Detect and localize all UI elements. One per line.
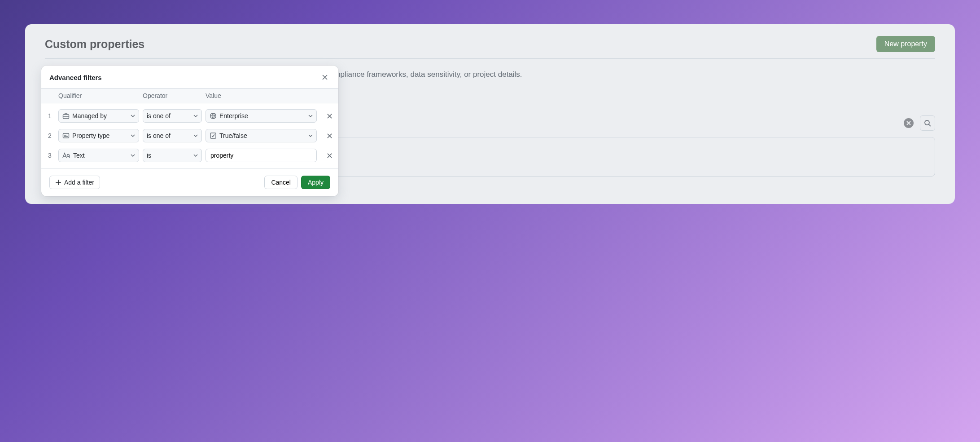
value-select[interactable]: Enterprise xyxy=(206,109,317,123)
dialog-actions: Cancel Apply xyxy=(264,176,330,189)
chevron-down-icon xyxy=(308,134,313,137)
remove-filter-button[interactable] xyxy=(324,130,335,141)
remove-filter-button[interactable] xyxy=(324,110,335,121)
svg-rect-3 xyxy=(63,133,69,138)
qualifier-select[interactable]: Text xyxy=(58,149,139,162)
row-number: 2 xyxy=(41,132,58,139)
col-operator: Operator xyxy=(143,92,206,99)
close-icon xyxy=(327,113,332,119)
chevron-down-icon xyxy=(193,115,198,117)
col-qualifier: Qualifier xyxy=(58,92,143,99)
briefcase-icon xyxy=(62,112,70,119)
panel-header: Custom properties New property xyxy=(45,36,935,59)
plus-icon xyxy=(55,179,61,186)
value-select[interactable]: True/false xyxy=(206,129,317,142)
filter-columns-header: Qualifier Operator Value xyxy=(41,88,338,103)
checkbox-icon xyxy=(210,132,217,139)
operator-select[interactable]: is one of xyxy=(143,109,202,123)
add-filter-label: Add a filter xyxy=(64,179,94,186)
operator-select[interactable]: is xyxy=(143,149,202,162)
qualifier-label: Property type xyxy=(72,132,128,139)
filter-rows: 1 Managed by is one of Enterprise xyxy=(41,103,338,168)
remove-filter-button[interactable] xyxy=(324,150,335,161)
chevron-down-icon xyxy=(131,115,135,117)
dialog-footer: Add a filter Cancel Apply xyxy=(41,168,338,196)
clear-search-button[interactable] xyxy=(904,118,914,128)
operator-label: is one of xyxy=(147,132,191,139)
dialog-title: Advanced filters xyxy=(49,74,102,81)
filter-row: 1 Managed by is one of Enterprise xyxy=(41,106,338,126)
text-aa-icon xyxy=(62,152,70,159)
search-button[interactable] xyxy=(920,115,935,131)
chevron-down-icon xyxy=(131,134,135,137)
value-label: True/false xyxy=(219,132,306,139)
custom-properties-panel: Custom properties New property Custom pr… xyxy=(25,24,955,204)
value-label: Enterprise xyxy=(219,112,306,119)
add-filter-button[interactable]: Add a filter xyxy=(49,176,100,189)
close-icon xyxy=(322,74,328,80)
qualifier-label: Managed by xyxy=(72,112,128,119)
dialog-header: Advanced filters xyxy=(41,66,338,88)
qualifier-select[interactable]: Managed by xyxy=(58,109,139,123)
new-property-button[interactable]: New property xyxy=(876,36,935,52)
chevron-down-icon xyxy=(131,154,135,157)
row-number: 1 xyxy=(41,112,58,119)
x-circle-icon xyxy=(906,121,911,125)
row-number: 3 xyxy=(41,152,58,159)
operator-select[interactable]: is one of xyxy=(143,129,202,142)
close-icon xyxy=(327,153,332,159)
page-title: Custom properties xyxy=(45,38,144,51)
col-value: Value xyxy=(206,92,320,99)
operator-label: is xyxy=(147,152,191,159)
chevron-down-icon xyxy=(193,134,198,137)
globe-icon xyxy=(210,112,217,119)
value-input[interactable] xyxy=(206,149,317,162)
advanced-filters-dialog: Advanced filters Qualifier Operator Valu… xyxy=(41,66,338,196)
cancel-button[interactable]: Cancel xyxy=(264,176,298,189)
card-icon xyxy=(62,132,70,139)
search-icon xyxy=(924,119,931,127)
qualifier-label: Text xyxy=(73,152,128,159)
qualifier-select[interactable]: Property type xyxy=(58,129,139,142)
filter-row: 3 Text is xyxy=(41,146,338,165)
chevron-down-icon xyxy=(308,115,313,117)
svg-point-0 xyxy=(925,120,929,125)
operator-label: is one of xyxy=(147,112,191,119)
chevron-down-icon xyxy=(193,154,198,157)
filter-row: 2 Property type is one of True/fa xyxy=(41,126,338,146)
apply-button[interactable]: Apply xyxy=(301,176,330,189)
close-icon xyxy=(327,133,332,139)
close-dialog-button[interactable] xyxy=(319,72,330,83)
